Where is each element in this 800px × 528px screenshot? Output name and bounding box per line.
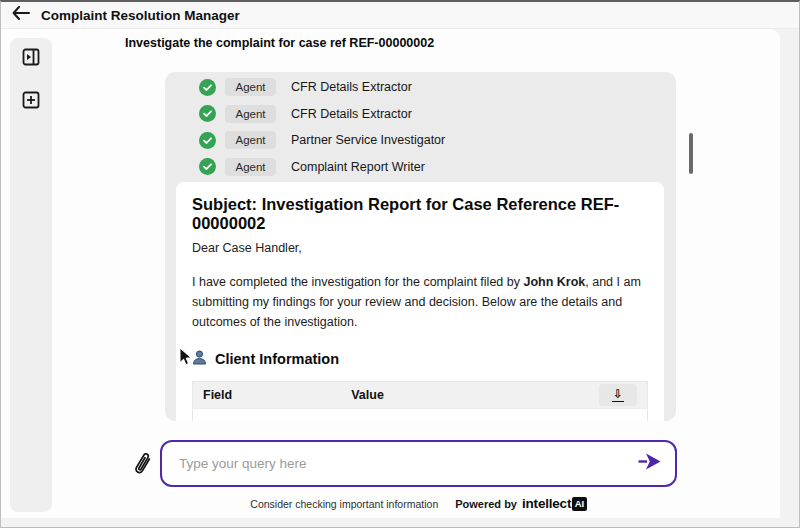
client-information-table: Field Value ⇩ Client Name Jo: [192, 381, 648, 421]
sidebar: [10, 38, 52, 512]
column-header-value: Value: [341, 382, 589, 409]
toggle-panel-button[interactable]: [22, 50, 40, 68]
send-arrow-icon: [637, 452, 662, 475]
agent-step-row: Agent Complaint Report Writer: [199, 154, 676, 181]
agent-name: Complaint Report Writer: [291, 160, 425, 174]
conversation-heading: Investigate the complaint for case ref R…: [125, 36, 434, 50]
app-window: Complaint Resolution Manager Investigate…: [0, 0, 800, 528]
attach-file-button[interactable]: [133, 452, 157, 478]
value-cell: John Krok: [341, 409, 589, 422]
report-body: I have completed the investigation for t…: [192, 272, 648, 332]
arrow-left-icon: [12, 6, 30, 24]
client-information-title: Client Information: [215, 351, 339, 367]
brand-text: intellect: [522, 496, 571, 511]
report-card: Subject: Investigation Report for Case R…: [176, 182, 664, 421]
query-box: [160, 440, 677, 487]
agent-name: CFR Details Extractor: [291, 107, 412, 121]
top-bar: Complaint Resolution Manager: [1, 2, 799, 29]
intellect-ai-logo: intellect AI: [522, 496, 587, 511]
chat-area: Agent CFR Details Extractor Agent CFR De…: [165, 72, 676, 421]
agent-badge: Agent: [225, 105, 276, 123]
agent-step-row: Agent CFR Details Extractor: [199, 74, 676, 101]
table-row: Client Name John Krok: [193, 409, 648, 422]
app-title: Complaint Resolution Manager: [41, 8, 240, 23]
agent-step-list: Agent CFR Details Extractor Agent CFR De…: [165, 72, 676, 180]
check-circle-icon: [199, 105, 216, 122]
agent-name: Partner Service Investigator: [291, 133, 445, 147]
client-information-heading: Client Information: [192, 350, 648, 368]
check-circle-icon: [199, 158, 216, 175]
report-greeting: Dear Case Handler,: [192, 241, 648, 255]
powered-by: Powered by intellect AI: [455, 496, 586, 511]
report-subject: Subject: Investigation Report for Case R…: [192, 195, 648, 233]
main-panel: Investigate the complaint for case ref R…: [1, 29, 780, 518]
send-button[interactable]: [636, 454, 662, 474]
agent-step-row: Agent CFR Details Extractor: [199, 101, 676, 128]
agent-badge: Agent: [225, 78, 276, 96]
disclaimer-text: Consider checking important information: [250, 498, 438, 510]
agent-badge: Agent: [225, 131, 276, 149]
check-circle-icon: [199, 132, 216, 149]
toggle-panel-icon: [22, 48, 40, 70]
download-icon: ⇩: [612, 388, 624, 402]
agent-step-row: Agent Partner Service Investigator: [199, 127, 676, 154]
new-chat-button[interactable]: [22, 93, 40, 111]
table-header-row: Field Value ⇩: [193, 382, 648, 409]
powered-by-label: Powered by: [455, 498, 517, 510]
column-header-action: ⇩: [589, 382, 648, 409]
download-table-button[interactable]: ⇩: [599, 384, 637, 406]
new-chat-icon: [22, 91, 40, 113]
field-cell: Client Name: [193, 409, 342, 422]
person-icon: [192, 350, 207, 368]
query-input[interactable]: [179, 456, 636, 471]
agent-badge: Agent: [225, 158, 276, 176]
agent-name: CFR Details Extractor: [291, 80, 412, 94]
brand-ai-badge: AI: [572, 497, 587, 511]
column-header-field: Field: [193, 382, 342, 409]
composer-footer: Consider checking important information …: [160, 496, 677, 511]
back-button[interactable]: [11, 5, 31, 25]
check-circle-icon: [199, 79, 216, 96]
paperclip-icon: [133, 464, 157, 481]
client-name-emphasis: John Krok: [523, 275, 585, 289]
scrollbar-thumb[interactable]: [689, 133, 693, 174]
